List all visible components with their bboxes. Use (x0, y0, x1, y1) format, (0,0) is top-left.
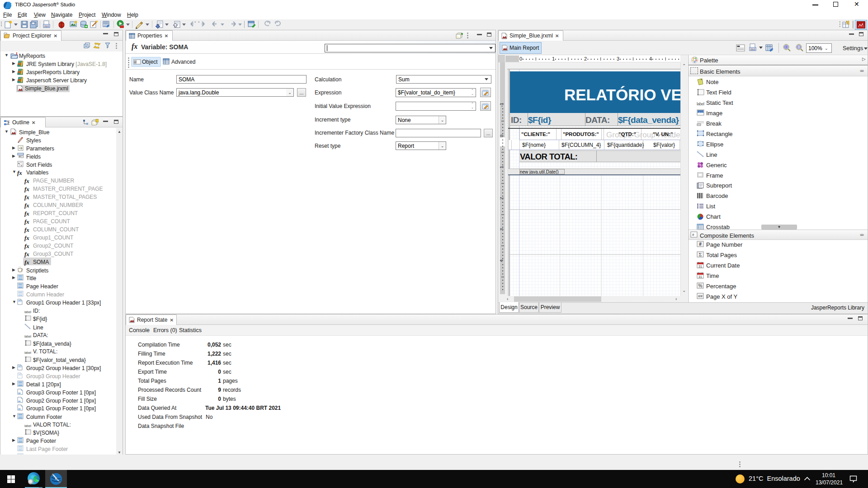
svg-text:#: # (19, 155, 21, 159)
svg-text:Σ: Σ (699, 252, 702, 257)
svg-text:*: * (198, 20, 200, 25)
svg-text:J: J (15, 52, 18, 56)
svg-text:2: 2 (584, 56, 587, 61)
svg-text:#: # (134, 61, 136, 64)
svg-text:#: # (692, 233, 694, 237)
svg-text:010: 010 (44, 25, 49, 28)
svg-text:%: % (698, 283, 703, 288)
svg-text:0: 0 (500, 135, 504, 137)
svg-text:010: 010 (750, 48, 755, 51)
svg-text:-1: -1 (500, 103, 504, 107)
svg-text:3: 3 (500, 228, 504, 231)
svg-text:4: 4 (500, 259, 504, 262)
svg-text:31: 31 (698, 265, 702, 268)
svg-text:1: 1 (552, 56, 555, 61)
svg-text:z: z (21, 164, 22, 167)
svg-text:0: 0 (519, 56, 522, 61)
svg-text:3: 3 (617, 56, 619, 61)
svg-text:*: * (194, 20, 196, 25)
svg-text:#/#: #/# (698, 295, 703, 298)
svg-text:31: 31 (698, 275, 702, 278)
svg-text:#: # (699, 242, 702, 247)
svg-text:4: 4 (649, 56, 652, 61)
svg-text:2: 2 (500, 197, 504, 200)
svg-text:1: 1 (500, 166, 504, 169)
